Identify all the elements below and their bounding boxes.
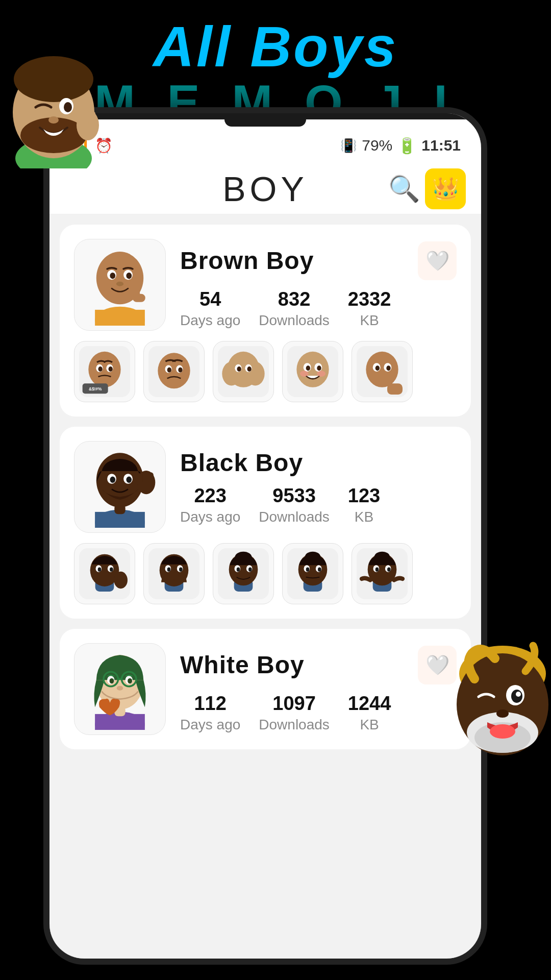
pack-thumbnail-black-boy[interactable] [74, 441, 166, 533]
svg-point-42 [167, 368, 171, 373]
svg-point-19 [490, 724, 515, 739]
app-header: BOY 🔍 👑 [49, 163, 481, 214]
size-value-white-boy: 1244 [348, 693, 391, 715]
svg-point-52 [247, 366, 252, 372]
svg-text:&$!#%: &$!#% [89, 386, 102, 391]
pack-info-white-boy: White Boy 🤍 112 Days ago 1097 Downloads [180, 646, 457, 733]
days-label-white-boy: Days ago [180, 717, 240, 733]
emoji-thumb-3[interactable] [213, 341, 274, 402]
decorative-memoji-bottomright [444, 638, 551, 781]
svg-point-121 [375, 568, 379, 572]
svg-point-25 [110, 273, 115, 279]
svg-point-58 [317, 365, 321, 371]
decorative-memoji-topleft [0, 51, 107, 168]
days-value-white-boy: 112 [194, 693, 226, 715]
svg-rect-68 [387, 380, 392, 388]
app-title: BOY [222, 169, 308, 209]
svg-point-18 [496, 709, 509, 718]
pack-thumbnail-brown-boy[interactable] [74, 239, 166, 331]
svg-point-28 [116, 282, 123, 286]
svg-point-66 [386, 365, 390, 371]
pack-name-row: Brown Boy 🤍 [180, 241, 457, 280]
emoji-thumb-bb-1[interactable] [74, 543, 135, 604]
emoji-thumb-bb-3[interactable] [213, 543, 274, 604]
pack-stats-white-boy: 112 Days ago 1097 Downloads 1244 KB [180, 693, 457, 733]
svg-rect-76 [148, 473, 154, 483]
svg-rect-126 [95, 714, 145, 730]
svg-rect-10 [90, 111, 95, 126]
emoji-thumb-4[interactable] [282, 341, 343, 402]
pack-top-row: Brown Boy 🤍 54 Days ago 832 Downloads [74, 239, 457, 331]
svg-rect-90 [118, 572, 122, 581]
emoji-thumb-bb-5[interactable] [352, 543, 413, 604]
heart-button-brown-boy[interactable]: 🤍 [418, 241, 457, 280]
emoji-thumb-2[interactable] [143, 341, 205, 402]
pack-name-row-black-boy: Black Boy [180, 449, 457, 477]
svg-point-81 [126, 477, 132, 483]
size-label-black-boy: KB [355, 509, 373, 525]
svg-point-17 [516, 692, 521, 697]
time-display: 11:51 [421, 137, 461, 154]
svg-point-86 [98, 568, 102, 572]
pack-stats-black-boy: 223 Days ago 9533 Downloads 123 KB [180, 485, 457, 525]
status-bar: 📶 ⏰ 📳 79% 🔋 11:51 [49, 128, 481, 163]
svg-point-112 [306, 568, 310, 572]
emoji-thumb-bb-4[interactable] [282, 543, 343, 604]
pack-name-white-boy: White Boy [180, 651, 305, 679]
phone-frame: 📶 ⏰ 📳 79% 🔋 11:51 BOY 🔍 👑 [43, 107, 487, 965]
stat-size-black-boy: 123 KB [348, 485, 380, 525]
title-all-boys: All Boys [153, 18, 398, 76]
svg-point-62 [366, 352, 398, 387]
size-value-brown-boy: 2332 [348, 288, 391, 310]
svg-point-95 [167, 568, 171, 572]
svg-point-123 [387, 568, 391, 572]
svg-point-60 [317, 371, 325, 377]
crown-icon: 👑 [432, 176, 460, 202]
svg-point-34 [98, 366, 103, 372]
size-label-white-boy: KB [360, 717, 379, 733]
battery-percentage: 79% [362, 137, 392, 154]
premium-crown-button[interactable]: 👑 [425, 168, 466, 209]
search-icon[interactable]: 🔍 [388, 174, 420, 204]
svg-rect-23 [95, 310, 145, 326]
stat-days-brown-boy: 54 Days ago [180, 288, 240, 329]
svg-point-40 [158, 353, 190, 388]
emoji-thumb-bb-2[interactable] [143, 543, 205, 604]
stat-downloads-white-boy: 1097 Downloads [259, 693, 330, 733]
svg-point-50 [237, 366, 241, 372]
stat-days-white-boy: 112 Days ago [180, 693, 240, 733]
svg-rect-71 [95, 512, 145, 528]
svg-point-36 [109, 366, 113, 372]
svg-point-114 [318, 568, 321, 572]
svg-point-106 [248, 568, 252, 572]
svg-rect-77 [137, 473, 142, 483]
stat-downloads-black-boy: 9533 Downloads [259, 485, 330, 525]
svg-point-88 [110, 568, 113, 572]
svg-rect-75 [142, 471, 148, 483]
pack-thumbnail-white-boy[interactable] [74, 643, 166, 735]
pack-stats-brown-boy: 54 Days ago 832 Downloads 2332 KB [180, 288, 457, 329]
svg-point-44 [178, 368, 182, 373]
downloads-value-brown-boy: 832 [278, 288, 310, 310]
battery-icon: 🔋 [397, 137, 416, 155]
svg-rect-9 [84, 110, 89, 125]
days-value-black-boy: 223 [194, 485, 226, 507]
stat-size-brown-boy: 2332 KB [348, 288, 391, 329]
emoji-thumb-1[interactable]: &$!#% [74, 341, 135, 402]
pack-list: Brown Boy 🤍 54 Days ago 832 Downloads [49, 214, 481, 965]
emoji-thumb-5[interactable] [352, 341, 413, 402]
downloads-label-white-boy: Downloads [259, 717, 330, 733]
status-right: 📳 79% 🔋 11:51 [340, 137, 461, 155]
days-label-black-boy: Days ago [180, 509, 240, 525]
pack-name-brown-boy: Brown Boy [180, 247, 314, 275]
pack-card-black-boy: Black Boy 223 Days ago 9533 Downloads 12… [60, 427, 471, 619]
svg-point-135 [128, 678, 132, 684]
svg-point-79 [110, 477, 115, 483]
svg-point-56 [306, 365, 310, 371]
svg-point-27 [126, 273, 132, 279]
svg-point-32 [88, 352, 120, 387]
svg-point-59 [300, 371, 309, 377]
stat-downloads-brown-boy: 832 Downloads [259, 288, 330, 329]
pack-card-brown-boy: Brown Boy 🤍 54 Days ago 832 Downloads [60, 225, 471, 416]
pack-card-white-boy: White Boy 🤍 112 Days ago 1097 Downloads [60, 629, 471, 749]
